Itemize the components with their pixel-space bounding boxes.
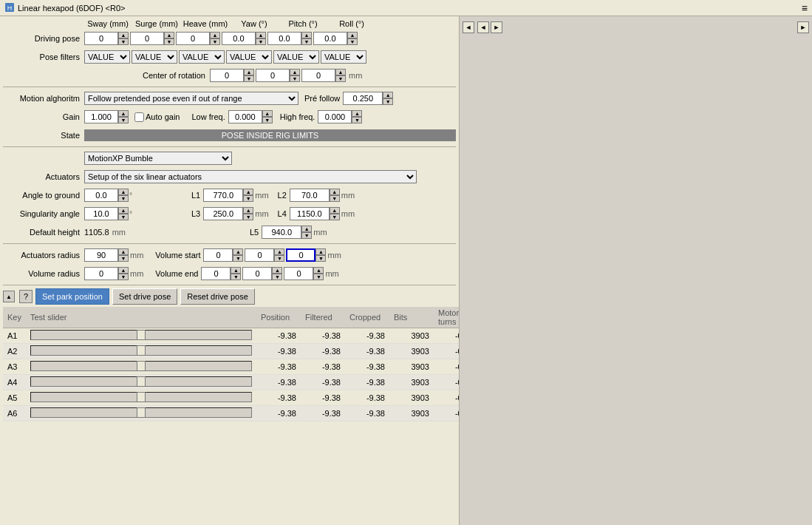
singularity-field[interactable] (84, 207, 118, 220)
row-bits: 3903 (389, 390, 434, 406)
l2-field[interactable] (290, 189, 330, 202)
pose-filter-roll[interactable]: VALUE (321, 50, 366, 64)
vol-end-v3-field[interactable] (284, 267, 313, 280)
l2-input[interactable]: ▲▼ (290, 189, 340, 202)
divider-4 (3, 285, 456, 285)
vol-start-v3-field[interactable] (286, 248, 315, 262)
row-key: A6 (3, 406, 26, 421)
gain-field[interactable] (84, 110, 118, 123)
row-key: A1 (3, 328, 26, 344)
vol-end-v3[interactable]: ▲▼ (284, 267, 324, 280)
sway-down[interactable]: ▼ (118, 38, 129, 45)
cor-x-field[interactable] (210, 69, 244, 82)
nav-left-outer[interactable]: ◄ (463, 21, 474, 33)
heave-input[interactable]: ▲▼ (176, 32, 220, 45)
pose-filter-sway[interactable]: VALUE (84, 50, 130, 64)
reset-drive-pose-button[interactable]: Reset drive pose (180, 288, 255, 305)
cor-z-field[interactable] (301, 69, 335, 82)
right-panel: ◄ ◄ ► ► (460, 16, 812, 525)
yaw-input[interactable]: ▲▼ (222, 32, 266, 45)
vol-end-v1-field[interactable] (201, 267, 231, 280)
col-bits: Bits (389, 307, 434, 328)
sway-input[interactable]: ▲ ▼ (84, 32, 129, 45)
vol-end-v1[interactable]: ▲▼ (201, 267, 241, 280)
singularity-input[interactable]: ▲▼ (84, 207, 129, 220)
row-slider[interactable] (26, 328, 256, 344)
pose-filter-surge[interactable]: VALUE (132, 50, 177, 64)
heave-field[interactable] (176, 32, 210, 45)
row-slider[interactable] (26, 359, 256, 375)
vol-start-v3[interactable]: ▲▼ (286, 248, 326, 262)
act-radius-field[interactable] (84, 248, 118, 262)
driving-pose-row: Driving pose ▲ ▼ ▲▼ ▲▼ (3, 30, 456, 47)
pose-filter-yaw[interactable]: VALUE (226, 50, 272, 64)
low-freq-field[interactable] (228, 110, 262, 123)
menu-button[interactable]: ≡ (802, 2, 808, 14)
surge-input[interactable]: ▲▼ (130, 32, 174, 45)
l4-input[interactable]: ▲▼ (290, 207, 340, 220)
vol-end-v2-field[interactable] (242, 267, 272, 280)
yaw-field[interactable] (222, 32, 256, 45)
table-row: A2 -9.38 -9.38 -9.38 3903 -0.94 (3, 344, 460, 359)
low-freq-input[interactable]: ▲▼ (228, 110, 273, 123)
cor-inputs: ▲▼ ▲▼ ▲▼ mm (210, 69, 362, 82)
l3-input[interactable]: ▲▼ (203, 207, 253, 220)
row-slider[interactable] (26, 375, 256, 390)
nav-left-inner[interactable]: ◄ (477, 21, 489, 33)
set-park-position-button[interactable]: Set park position (35, 288, 109, 305)
sway-field[interactable] (84, 32, 118, 45)
angle-field[interactable] (84, 189, 118, 202)
l3-field[interactable] (203, 207, 243, 220)
row-slider[interactable] (26, 344, 256, 359)
cor-x[interactable]: ▲▼ (210, 69, 254, 82)
row-slider[interactable] (26, 406, 256, 421)
sway-up[interactable]: ▲ (118, 32, 129, 38)
motion-alg-dropdown[interactable]: Follow pretended pose even if out of ran… (84, 92, 298, 105)
nav-right-inner[interactable]: ► (491, 21, 502, 33)
pre-follow-field[interactable] (343, 92, 383, 105)
vol-start-v2[interactable]: ▲▼ (245, 248, 284, 262)
nav-right-outer[interactable]: ► (797, 21, 809, 33)
collapse-button[interactable]: ▲ (3, 291, 15, 302)
pre-follow-input[interactable]: ▲▼ (343, 92, 393, 105)
high-freq-input[interactable]: ▲▼ (318, 110, 362, 123)
surge-field[interactable] (130, 32, 164, 45)
auto-gain-checkbox[interactable] (134, 112, 144, 122)
vol-radius-input[interactable]: ▲▼ (84, 267, 129, 280)
l4-field[interactable] (290, 207, 330, 220)
row-slider[interactable] (26, 390, 256, 406)
pitch-field[interactable] (267, 32, 301, 45)
l5-field[interactable] (262, 226, 301, 239)
pose-filter-heave[interactable]: VALUE (179, 50, 225, 64)
vol-start-v2-field[interactable] (245, 248, 274, 262)
roll-field[interactable] (313, 32, 347, 45)
cor-y[interactable]: ▲▼ (256, 69, 300, 82)
vol-start-v1[interactable]: ▲▼ (203, 248, 243, 262)
high-freq-field[interactable] (318, 110, 352, 123)
roll-input[interactable]: ▲▼ (313, 32, 358, 45)
cor-y-field[interactable] (256, 69, 290, 82)
l5-input[interactable]: ▲▼ (262, 226, 312, 239)
row-position: -9.38 (256, 406, 301, 421)
act-radius-input[interactable]: ▲▼ (84, 248, 129, 262)
pose-filters-label: Pose filters (3, 52, 84, 61)
col-heave: Heave (mm) (182, 19, 229, 28)
pitch-input[interactable]: ▲▼ (267, 32, 312, 45)
motionxp-dropdown[interactable]: MotionXP Bumble (84, 152, 232, 165)
angle-to-ground-input[interactable]: ▲▼ (84, 189, 129, 202)
help-button[interactable]: ? (19, 290, 33, 303)
l1-input[interactable]: ▲▼ (203, 189, 253, 202)
cor-z[interactable]: ▲▼ (301, 69, 346, 82)
set-drive-pose-button[interactable]: Set drive pose (112, 288, 177, 305)
table-row: A4 -9.38 -9.38 -9.38 3903 -0.94 (3, 375, 460, 390)
gain-input[interactable]: ▲▼ (84, 110, 129, 123)
sway-spinner[interactable]: ▲ ▼ (118, 32, 129, 45)
actuators-dropdown[interactable]: Setup of the six linear actuators (84, 170, 417, 183)
vol-end-v2[interactable]: ▲▼ (242, 267, 282, 280)
vol-radius-field[interactable] (84, 267, 118, 280)
row-filtered: -9.38 (301, 344, 345, 359)
l1-field[interactable] (203, 189, 243, 202)
pose-filter-pitch[interactable]: VALUE (273, 50, 319, 64)
l4-unit: mm (341, 209, 355, 218)
vol-start-v1-field[interactable] (203, 248, 233, 262)
